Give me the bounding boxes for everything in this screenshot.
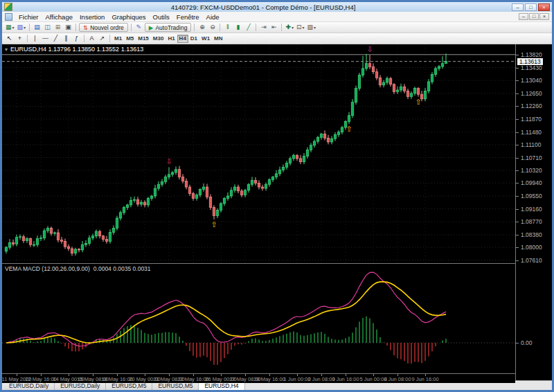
price-tick — [516, 183, 519, 184]
maximize-button[interactable]: □ — [525, 3, 537, 11]
app-icon — [4, 3, 12, 11]
data-window-icon[interactable]: ◫ — [42, 23, 53, 32]
trendline-icon: ╱ — [54, 35, 57, 42]
price-tick — [516, 260, 519, 261]
vertical-line-icon: | — [34, 35, 35, 42]
zoom-in-icon[interactable]: ⊕ — [197, 23, 207, 32]
mdi-close-icon[interactable]: × — [539, 13, 549, 20]
zoom-out-icon[interactable]: ⊖ — [207, 23, 217, 32]
candles — [5, 53, 447, 256]
fibonacci-icon: ƒ — [75, 35, 78, 42]
price-tick — [516, 235, 519, 235]
new-order-button[interactable]: ⇅Nouvel ordre — [79, 23, 128, 32]
price-label: 1.13430 — [521, 64, 542, 71]
price-tick — [516, 222, 519, 222]
new-chart-icon[interactable]: ▦▾ — [4, 23, 16, 32]
horizontal-line-icon[interactable]: — — [40, 34, 51, 43]
line-studies-toolbar: ↖+|—╱∥ƒA↗M1M5M15M30H1H4D1W1MN — [2, 33, 552, 44]
metaeditor-icon[interactable]: ✎ — [134, 23, 144, 32]
timeframe-m5[interactable]: M5 — [124, 35, 136, 43]
time-label: 8 Jun 08:00 — [384, 376, 411, 382]
menu-item-fichier[interactable]: Fichier — [15, 13, 42, 21]
price-label: 1.09160 — [521, 206, 542, 213]
line-chart-icon[interactable]: ╱ — [243, 23, 253, 32]
text-label-icon[interactable]: A — [87, 34, 97, 43]
toolbar-separator — [109, 35, 110, 42]
periods-icon[interactable]: ⊡▾ — [295, 23, 306, 32]
close-button[interactable]: × — [538, 3, 550, 11]
timeframe-m1[interactable]: M1 — [112, 35, 124, 43]
price-chart-pane[interactable]: ⇩⇧⇧⇩⇧ ▾ EURUSD,H4 1.13796 1.13850 1.1355… — [2, 44, 515, 263]
candlestick-chart-icon: ▮ — [236, 24, 240, 31]
templates-icon[interactable]: ▧▾ — [306, 23, 318, 32]
toolbar-separator — [27, 35, 28, 42]
timeframe-mn[interactable]: MN — [212, 35, 224, 43]
periods-icon: ⊡ — [296, 24, 302, 31]
chart-shift-icon[interactable]: ⇤ — [269, 23, 279, 32]
menu-item-graphiques[interactable]: Graphiques — [108, 13, 149, 21]
line-chart-icon: ╱ — [247, 24, 250, 31]
menu-item-affichage[interactable]: Affichage — [42, 13, 76, 21]
price-scale[interactable]: 1.138201.134301.130401.126501.122601.118… — [515, 44, 552, 380]
time-axis[interactable]: 11 May 202012 May 16:0014 May 00:0015 Ma… — [2, 373, 515, 383]
chevron-down-icon: ▾ — [12, 25, 15, 30]
crosshair-icon[interactable]: + — [15, 34, 25, 43]
time-label: 12 May 16:00 — [25, 376, 56, 382]
timeframe-h1[interactable]: H1 — [166, 35, 177, 43]
menu-item-outils[interactable]: Outils — [150, 13, 173, 21]
signal-arrows: ⇩⇧⇧⇩⇧ — [166, 45, 421, 229]
chart-plots: ⇩⇧⇧⇩⇧ ▾ EURUSD,H4 1.13796 1.13850 1.1355… — [2, 44, 515, 380]
cursor-icon[interactable]: ↖ — [4, 34, 15, 43]
trendline-icon[interactable]: ╱ — [51, 34, 61, 43]
one-click-trading-toggle[interactable]: ▾ — [5, 46, 8, 53]
autotrading-button[interactable]: ▶AutoTrading — [145, 23, 192, 32]
menu-item-insertion[interactable]: Insertion — [76, 13, 108, 21]
chevron-down-icon: ▾ — [314, 25, 316, 30]
terminal-icon[interactable]: ▣ — [63, 23, 73, 32]
menu-item-aide[interactable]: Aide — [203, 13, 223, 21]
timeframe-m30[interactable]: M30 — [151, 35, 166, 43]
toolbar-separator — [194, 24, 195, 31]
fibonacci-icon[interactable]: ƒ — [71, 34, 82, 43]
macd-indicator-pane[interactable]: VEMA MACD (12.00,26.00,9.00) 0.0004 0.00… — [2, 264, 515, 373]
buy-arrow-icon: ⇧ — [211, 220, 217, 229]
time-label: 9 Jun 16:00 — [411, 376, 438, 382]
price-label: 1.12650 — [521, 90, 542, 97]
price-label: 1.12260 — [521, 103, 542, 109]
profiles-icon[interactable]: ▨▾ — [16, 23, 28, 32]
minimize-button[interactable]: – — [512, 3, 524, 11]
chart-region: ⇩⇧⇧⇩⇧ ▾ EURUSD,H4 1.13796 1.13850 1.1355… — [2, 44, 552, 380]
price-tick — [516, 68, 519, 69]
arrows-icon[interactable]: ↗ — [97, 34, 107, 43]
title-bar: 4140729: FXCM-USDDemo01 - Compte Démo - … — [2, 2, 552, 12]
bar-chart-icon[interactable]: ‖ — [222, 23, 233, 32]
market-watch-icon[interactable]: ▤ — [32, 23, 42, 32]
toolbar-separator — [29, 24, 30, 31]
price-tick — [516, 80, 519, 81]
auto-scroll-icon[interactable]: ⇥ — [258, 23, 269, 32]
price-label: 1.13040 — [521, 77, 542, 84]
mdi-minimize-icon[interactable]: – — [519, 13, 528, 20]
menu-item-fenetre[interactable]: Fenêtre — [173, 13, 203, 21]
data-window-icon: ◫ — [44, 24, 51, 31]
indicator-name: VEMA MACD (12.00,26.00,9.00) — [5, 265, 90, 272]
chart-info-line: ▾ EURUSD,H4 1.13796 1.13850 1.13552 1.13… — [5, 46, 143, 53]
application-window: 4140729: FXCM-USDDemo01 - Compte Démo - … — [0, 0, 554, 392]
autotrading-button-label: AutoTrading — [155, 24, 187, 31]
timeframe-h4[interactable]: H4 — [177, 35, 188, 43]
channel-icon[interactable]: ∥ — [61, 34, 71, 43]
signal-line — [6, 282, 446, 343]
indicator-zero-tick — [516, 343, 519, 344]
timeframe-w1[interactable]: W1 — [199, 35, 212, 43]
price-label: 1.10320 — [521, 167, 542, 174]
terminal-icon: ▣ — [65, 24, 71, 31]
mdi-restore-icon[interactable]: □ — [529, 13, 539, 20]
vertical-line-icon[interactable]: | — [30, 34, 40, 43]
candlestick-chart-icon[interactable]: ▮ — [233, 23, 243, 32]
navigator-icon[interactable]: ⊞ — [53, 23, 63, 32]
price-label: 1.09550 — [521, 193, 542, 199]
indicators-icon[interactable]: ✚▾ — [284, 23, 295, 32]
timeframe-m15[interactable]: M15 — [136, 35, 151, 43]
sell-arrow-icon: ⇩ — [366, 45, 373, 54]
timeframe-d1[interactable]: D1 — [188, 35, 199, 43]
